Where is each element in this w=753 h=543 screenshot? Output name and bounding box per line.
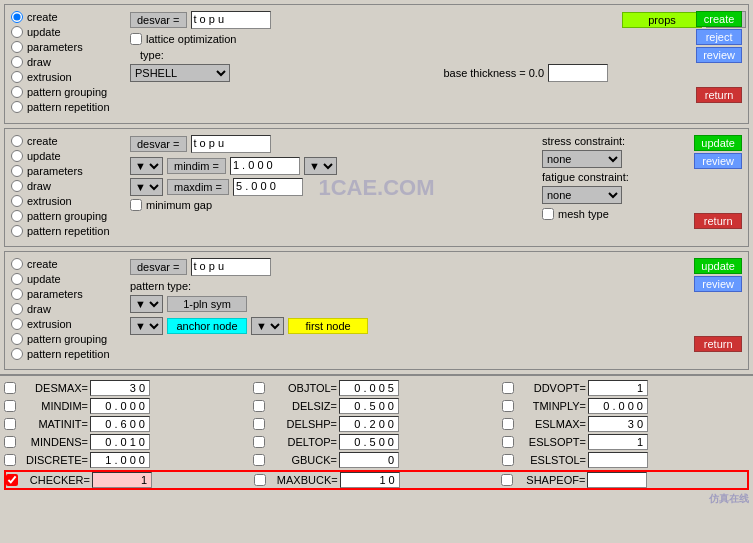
value-maxbuck: 1 0 [340,472,400,488]
radio-parameters-1[interactable] [11,41,23,53]
maxdim-button[interactable]: maxdim = [167,179,229,195]
radio-parameters-2[interactable] [11,165,23,177]
first-node-dropdown[interactable]: ▼ [251,317,284,335]
label-create-3: create [27,258,58,270]
check-matinit[interactable] [4,418,16,430]
radio-update-2[interactable] [11,150,23,162]
update-button-3[interactable]: update [694,258,742,274]
base-thickness-input[interactable] [548,64,608,82]
cell-eslstol: ESLSTOL= [502,452,749,468]
cell-maxbuck: MAXBUCK= 1 0 [254,472,500,488]
review-button-2[interactable]: review [694,153,742,169]
label-parameters-1: parameters [27,41,83,53]
desvar-button-3[interactable]: desvar = [130,259,187,275]
radio-extrusion-3[interactable] [11,318,23,330]
value-tminply: 0 . 0 0 0 [588,398,648,414]
create-button-1[interactable]: create [696,11,742,27]
topu-input-2[interactable]: t o p u [191,135,271,153]
desvar-button-1[interactable]: desvar = [130,12,187,28]
radio-draw-3[interactable] [11,303,23,315]
check-delshp[interactable] [253,418,265,430]
label-shapeof: SHAPEOF= [515,474,585,486]
label-update-1: update [27,26,61,38]
check-desmax[interactable] [4,382,16,394]
label-ddvopt: DDVOPT= [516,382,586,394]
fatigue-dropdown[interactable]: none [542,186,622,204]
label-gbuck: GBUCK= [267,454,337,466]
mesh-type-check[interactable] [542,208,554,220]
radio-pattern-repetition-1[interactable] [11,101,23,113]
check-eslsopt[interactable] [502,436,514,448]
radio-extrusion-1[interactable] [11,71,23,83]
check-tminply[interactable] [502,400,514,412]
check-ddvopt[interactable] [502,382,514,394]
review-button-1[interactable]: review [696,47,742,63]
return-button-2[interactable]: return [694,213,742,229]
radio-pattern-grouping-2[interactable] [11,210,23,222]
check-maxbuck[interactable] [254,474,266,486]
check-shapeof[interactable] [501,474,513,486]
pshell-dropdown[interactable]: PSHELL [130,64,230,82]
update-button-2[interactable]: update [694,135,742,151]
maxdim-dropdown[interactable]: ▼ [130,178,163,196]
check-objtol[interactable] [253,382,265,394]
check-gbuck[interactable] [253,454,265,466]
topu-input-3[interactable]: t o p u [191,258,271,276]
radio-create-1[interactable] [11,11,23,23]
review-button-3[interactable]: review [694,276,742,292]
label-deltop: DELTOP= [267,436,337,448]
radio-draw-2[interactable] [11,180,23,192]
radio-update-3[interactable] [11,273,23,285]
cell-ddvopt: DDVOPT= 1 [502,380,749,396]
mindim-dropdown2[interactable]: ▼ [304,157,337,175]
anchor-dropdown[interactable]: ▼ [130,317,163,335]
radio-create-3[interactable] [11,258,23,270]
label-draw-1: draw [27,56,51,68]
first-node-button[interactable]: first node [288,318,368,334]
radio-pattern-grouping-1[interactable] [11,86,23,98]
return-button-3[interactable]: return [694,336,742,352]
reject-button-1[interactable]: reject [696,29,742,45]
cell-mindens: MINDENS= 0 . 0 1 0 [4,434,251,450]
radio-update-1[interactable] [11,26,23,38]
table-row-3: MINDENS= 0 . 0 1 0 DELTOP= 0 . 5 0 0 ESL… [4,434,749,450]
pattern-value-button[interactable]: 1-pln sym [167,296,247,312]
check-eslstol[interactable] [502,454,514,466]
check-checker[interactable] [6,474,18,486]
desvar-button-2[interactable]: desvar = [130,136,187,152]
radio-create-2[interactable] [11,135,23,147]
radio-pattern-repetition-2[interactable] [11,225,23,237]
radio-pattern-grouping-3[interactable] [11,333,23,345]
panel2-right-buttons: update review return [694,135,742,229]
cell-delsiz: DELSIZ= 0 . 5 0 0 [253,398,500,414]
check-delsiz[interactable] [253,400,265,412]
label-draw-3: draw [27,303,51,315]
label-checker: CHECKER= [20,474,90,486]
lattice-check-1[interactable] [130,33,142,45]
value-gbuck: 0 [339,452,399,468]
mindim-dropdown[interactable]: ▼ [130,157,163,175]
value-ddvopt: 1 [588,380,648,396]
cell-shapeof: SHAPEOF= [501,472,747,488]
cell-matinit: MATINIT= 0 . 6 0 0 [4,416,251,432]
check-mindens[interactable] [4,436,16,448]
cell-mindim: MINDIM= 0 . 0 0 0 [4,398,251,414]
radio-draw-1[interactable] [11,56,23,68]
radio-pattern-repetition-3[interactable] [11,348,23,360]
radio-extrusion-2[interactable] [11,195,23,207]
value-discrete: 1 . 0 0 0 [90,452,150,468]
topu-input-1[interactable]: t o p u [191,11,271,29]
maxdim-value[interactable]: 5 . 0 0 0 [233,178,303,196]
check-mindim[interactable] [4,400,16,412]
check-discrete[interactable] [4,454,16,466]
mindim-value[interactable]: 1 . 0 0 0 [230,157,300,175]
check-eslmax[interactable] [502,418,514,430]
check-deltop[interactable] [253,436,265,448]
mindim-button[interactable]: mindim = [167,158,226,174]
anchor-node-button[interactable]: anchor node [167,318,247,334]
stress-dropdown[interactable]: none [542,150,622,168]
min-gap-check[interactable] [130,199,142,211]
pattern-dropdown[interactable]: ▼ [130,295,163,313]
radio-parameters-3[interactable] [11,288,23,300]
return-button-1[interactable]: return [696,87,742,103]
